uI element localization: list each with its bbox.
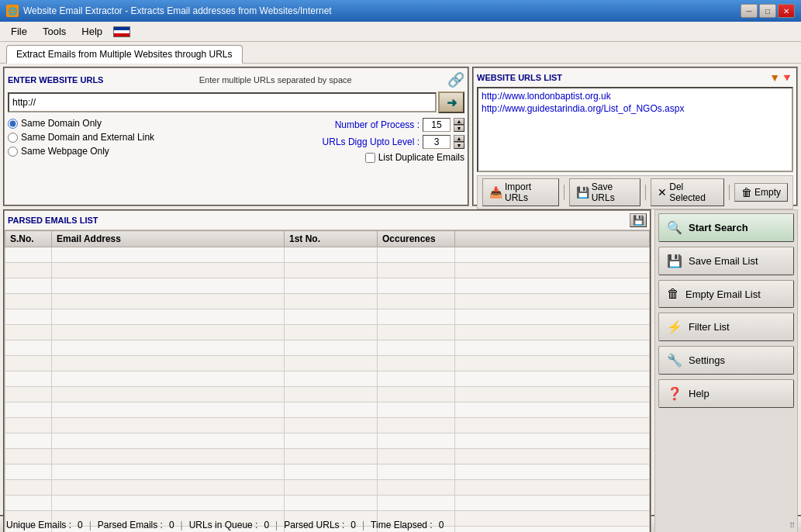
table-row [5, 309, 650, 325]
save-urls-button[interactable]: 💾 Save URLs [569, 178, 641, 206]
help-label: Help [689, 388, 710, 399]
time-elapsed-label: Time Elapsed : [371, 520, 433, 530]
parsed-emails-label: Parsed Emails : [98, 520, 163, 530]
url-entry-title: ENTER WEBSITE URLs Enter multiple URLs s… [8, 71, 464, 88]
parsed-header: PARSED EMAILS LIST 💾 [5, 211, 650, 230]
separator [729, 185, 730, 200]
url-entry-panel: ENTER WEBSITE URLs Enter multiple URLs s… [3, 67, 469, 206]
menu-file[interactable]: File [3, 22, 35, 40]
email-table-body [5, 247, 650, 533]
table-row [5, 278, 650, 294]
search-icon: 🔍 [667, 220, 682, 235]
urls-digg-label: URLs Digg Upto Level : [323, 136, 419, 147]
close-button[interactable]: ✕ [778, 4, 795, 18]
urls-digg-down[interactable]: ▼ [454, 142, 464, 149]
filter-icon: ▼🔻 [769, 71, 793, 84]
num-process-spinner: ▲ ▼ [454, 118, 464, 132]
import-urls-button[interactable]: 📥 Import URLs [482, 178, 559, 206]
url-list-item[interactable]: http://www.londonbaptist.org.uk [480, 90, 790, 102]
url-input-row: ➜ [8, 92, 464, 113]
del-selected-button[interactable]: ✕ Del Selected [651, 178, 724, 206]
col-email: Email Address [52, 231, 285, 247]
minimize-button[interactable]: ─ [741, 4, 758, 18]
urls-digg-up[interactable]: ▲ [454, 135, 464, 142]
maximize-button[interactable]: □ [759, 4, 776, 18]
empty-icon: 🗑 [741, 186, 752, 199]
process-options: Number of Process : ▲ ▼ URLs Digg Upto L… [166, 118, 464, 163]
options-area: Same Domain Only Same Domain and Externa… [8, 118, 464, 163]
settings-button[interactable]: 🔧 Settings [658, 346, 794, 375]
status-sep3: | [275, 520, 278, 530]
save-parsed-button[interactable]: 💾 [630, 213, 647, 227]
status-sep1: | [89, 520, 91, 530]
col-sno: S.No. [5, 231, 52, 247]
tab-area: Extract Emails from Multiple Websites th… [0, 42, 801, 64]
option-external-link-label: Same Domain and External Link [21, 132, 154, 143]
table-row [5, 340, 650, 356]
urls-digg-row: URLs Digg Upto Level : ▲ ▼ [166, 135, 464, 149]
url-go-button[interactable]: ➜ [438, 92, 464, 113]
urls-list-box[interactable]: http://www.londonbaptist.org.uk http://w… [477, 87, 793, 172]
url-entry-hint: Enter multiple URLs separated by space [199, 75, 352, 85]
table-row [5, 402, 650, 418]
url-list-item[interactable]: http://www.guidestarindia.org/List_of_NG… [480, 102, 790, 115]
menu-help[interactable]: Help [74, 22, 110, 40]
num-process-down[interactable]: ▼ [454, 125, 464, 132]
list-duplicate-row: List Duplicate Emails [166, 152, 464, 163]
help-button[interactable]: ❓ Help [658, 379, 794, 408]
table-row [5, 294, 650, 309]
num-process-up[interactable]: ▲ [454, 118, 464, 125]
table-row [5, 263, 650, 278]
url-entry-title-text: ENTER WEBSITE URLs [8, 75, 103, 85]
start-search-button[interactable]: 🔍 Start Search [658, 213, 794, 242]
table-row [5, 434, 650, 449]
parsed-emails-panel: PARSED EMAILS LIST 💾 S.No. Email Address… [3, 209, 651, 532]
urls-in-queue-value: 0 [264, 520, 269, 530]
save-email-list-button[interactable]: 💾 Save Email List [658, 247, 794, 275]
table-row [5, 449, 650, 465]
menu-bar: File Tools Help [0, 22, 801, 42]
main-content: ENTER WEBSITE URLs Enter multiple URLs s… [0, 64, 801, 515]
save-urls-label: Save URLs [592, 181, 634, 203]
url-actions-bar: 📥 Import URLs 💾 Save URLs ✕ Del Selected… [477, 175, 793, 209]
menu-tools[interactable]: Tools [35, 22, 74, 40]
filter-list-button[interactable]: ⚡ Filter List [658, 313, 794, 341]
option-same-webpage[interactable]: Same Webpage Only [8, 146, 163, 157]
table-row [5, 325, 650, 340]
title-text: Website Email Extractor - Extracts Email… [23, 5, 332, 16]
urls-digg-input[interactable] [423, 135, 451, 149]
empty-email-list-button[interactable]: 🗑 Empty Email List [658, 280, 794, 308]
email-table: S.No. Email Address 1st No. Occurences [5, 230, 650, 532]
link-icon[interactable]: 🔗 [447, 71, 464, 88]
empty-email-list-label: Empty Email List [685, 288, 761, 300]
num-process-label: Number of Process : [335, 119, 419, 130]
parsed-urls-label: Parsed URLs : [284, 520, 344, 530]
option-external-link[interactable]: Same Domain and External Link [8, 132, 163, 143]
email-table-scroll[interactable]: S.No. Email Address 1st No. Occurences [5, 230, 650, 532]
url-input[interactable] [8, 92, 437, 112]
parsed-emails-value: 0 [169, 520, 174, 530]
option-same-domain[interactable]: Same Domain Only [8, 118, 163, 129]
import-urls-label: Import URLs [505, 181, 552, 203]
settings-icon: 🔧 [667, 353, 682, 368]
filter-icon: ⚡ [667, 320, 682, 334]
start-search-label: Start Search [689, 222, 748, 233]
separator [564, 185, 564, 200]
empty-button[interactable]: 🗑 Empty [734, 183, 788, 202]
urls-in-queue-label: URLs in Queue : [189, 520, 258, 530]
save-email-icon: 💾 [667, 254, 682, 268]
table-row [5, 387, 650, 402]
del-icon: ✕ [658, 186, 667, 199]
list-duplicate-checkbox[interactable] [365, 153, 375, 163]
table-row [5, 480, 650, 496]
time-elapsed-value: 0 [439, 520, 444, 530]
table-row [5, 247, 650, 263]
list-duplicate-label: List Duplicate Emails [378, 152, 464, 163]
unique-emails-label: Unique Emails : [6, 520, 71, 530]
status-sep4: | [362, 520, 364, 530]
flag-icon [113, 26, 130, 37]
num-process-row: Number of Process : ▲ ▼ [166, 118, 464, 132]
tab-extract-emails[interactable]: Extract Emails from Multiple Websites th… [6, 45, 243, 64]
num-process-input[interactable] [423, 118, 451, 132]
col-extra [455, 231, 650, 247]
